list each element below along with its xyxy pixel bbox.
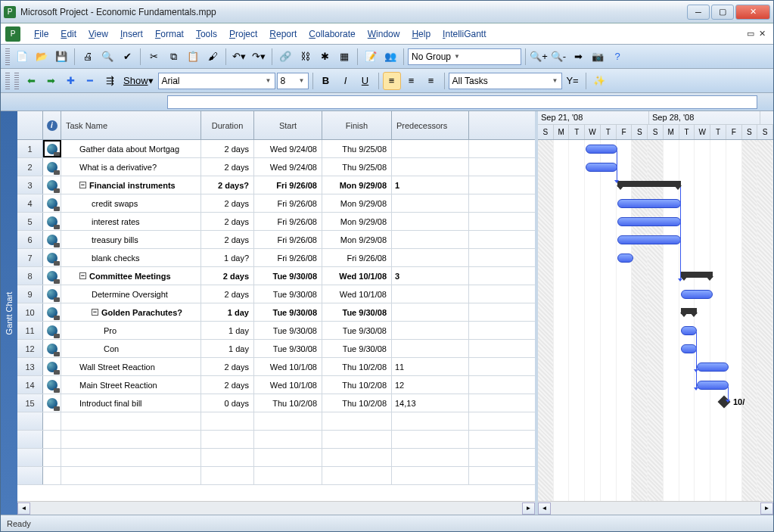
row-number[interactable]: 1 (17, 140, 43, 157)
row-number[interactable]: 12 (17, 340, 43, 357)
task-name-cell[interactable]: −Golden Parachutes? (61, 303, 201, 321)
autofilter-icon[interactable]: Y= (564, 72, 582, 90)
row-number[interactable]: 5 (17, 213, 43, 230)
copy-icon[interactable]: ⧉ (164, 48, 182, 66)
start-cell[interactable]: Wed 9/24/08 (254, 140, 322, 157)
table-row[interactable]: 15Introduct final bill0 daysThu 10/2/08T… (17, 394, 535, 412)
entry-field[interactable] (167, 95, 757, 109)
table-row[interactable]: 13Wall Street Reaction2 daysWed 10/1/08T… (17, 358, 535, 376)
row-number[interactable]: 11 (17, 322, 43, 339)
font-combo[interactable]: Arial▼ (158, 73, 275, 89)
minimize-button[interactable]: ─ (687, 5, 710, 20)
show-button[interactable]: Show▾ (120, 72, 157, 90)
row-number[interactable]: 2 (17, 158, 43, 176)
day-header[interactable]: S (632, 125, 648, 139)
finish-cell[interactable]: Tue 9/30/08 (322, 322, 392, 339)
menu-format[interactable]: Format (149, 26, 190, 42)
finish-cell[interactable]: Mon 9/29/08 (322, 213, 392, 230)
table-row[interactable]: 5interest rates2 daysFri 9/26/08Mon 9/29… (17, 213, 535, 231)
duration-cell[interactable]: 2 days (201, 194, 254, 212)
start-cell[interactable]: Fri 9/26/08 (254, 231, 322, 248)
maximize-button[interactable]: ▢ (711, 5, 734, 20)
outline-collapse-icon[interactable]: − (92, 309, 98, 316)
start-cell[interactable]: Tue 9/30/08 (254, 340, 322, 357)
day-header[interactable]: T (601, 125, 617, 139)
gantt-task-bar[interactable] (681, 344, 697, 353)
view-bar[interactable]: Gantt Chart (1, 111, 17, 515)
indicator-cell[interactable] (43, 303, 61, 321)
zoom-out-icon[interactable]: 🔍- (549, 48, 567, 66)
task-name-cell[interactable]: Gather data about Mortgag (61, 140, 201, 157)
start-cell[interactable]: Tue 9/30/08 (254, 267, 322, 285)
gantt-task-bar[interactable] (586, 145, 617, 154)
table-row[interactable]: 11Pro1 dayTue 9/30/08Tue 9/30/08 (17, 322, 535, 340)
table-row[interactable]: 4credit swaps2 daysFri 9/26/08Mon 9/29/0… (17, 194, 535, 213)
predecessors-cell[interactable]: 12 (392, 376, 469, 394)
gantt-hscroll[interactable]: ◄ ► (538, 501, 773, 515)
duration-cell[interactable]: 2 days (201, 267, 254, 285)
predecessors-cell[interactable]: 3 (392, 267, 469, 285)
table-row[interactable]: 7blank checks1 day?Fri 9/26/08Fri 9/26/0… (17, 249, 535, 267)
show-subtasks-icon[interactable]: ⇶ (101, 72, 119, 90)
predecessors-cell[interactable]: 1 (392, 176, 469, 194)
row-number[interactable]: 13 (17, 358, 43, 375)
row-number[interactable]: 10 (17, 303, 43, 321)
unlink-icon[interactable]: ⛓ (296, 48, 314, 66)
start-cell[interactable]: Wed 9/24/08 (254, 158, 322, 176)
finish-cell[interactable]: Thu 10/2/08 (322, 358, 392, 375)
gantt-summary-bar[interactable] (681, 308, 697, 314)
predecessors-cell[interactable] (392, 158, 469, 176)
gantt-task-bar[interactable] (697, 381, 729, 390)
indicator-cell[interactable] (43, 158, 61, 176)
indicator-cell[interactable] (43, 140, 61, 157)
help-icon[interactable]: ? (608, 48, 626, 66)
scroll-right-icon[interactable]: ► (522, 502, 535, 515)
start-cell[interactable]: Fri 9/26/08 (254, 249, 322, 266)
new-icon[interactable]: 📄 (13, 48, 31, 66)
task-name-cell[interactable]: credit swaps (61, 194, 201, 212)
zoom-in-icon[interactable]: 🔍+ (530, 48, 548, 66)
predecessors-cell[interactable] (392, 340, 469, 357)
task-name-cell[interactable]: interest rates (61, 213, 201, 230)
gantt-task-bar[interactable] (681, 326, 697, 335)
indicator-cell[interactable] (43, 285, 61, 303)
table-row[interactable]: 2What is a derivative?2 daysWed 9/24/08T… (17, 158, 535, 176)
day-header[interactable]: M (554, 125, 570, 139)
sheet-hscroll[interactable]: ◄ ► (17, 501, 535, 515)
finish-cell[interactable]: Thu 10/2/08 (322, 394, 392, 412)
finish-cell[interactable]: Tue 9/30/08 (322, 340, 392, 357)
start-cell[interactable]: Fri 9/26/08 (254, 213, 322, 230)
goto-task-icon[interactable]: ➡ (569, 48, 587, 66)
mdi-close-button[interactable]: ✕ (759, 29, 766, 39)
table-row[interactable]: 12Con1 dayTue 9/30/08Tue 9/30/08 (17, 340, 535, 358)
duration-cell[interactable]: 2 days (201, 158, 254, 176)
undo-icon[interactable]: ↶▾ (230, 48, 248, 66)
gantt-summary-bar[interactable] (681, 272, 713, 278)
table-row[interactable]: 8−Committee Meetings2 daysTue 9/30/08Wed… (17, 267, 535, 285)
day-header[interactable]: S (742, 125, 758, 139)
duration-cell[interactable]: 1 day? (201, 249, 254, 266)
predecessors-cell[interactable]: 11 (392, 358, 469, 375)
task-notes-icon[interactable]: 📝 (362, 48, 380, 66)
row-number[interactable]: 7 (17, 249, 43, 266)
menu-help[interactable]: Help (406, 26, 437, 42)
col-header-start[interactable]: Start (254, 111, 322, 139)
titlebar[interactable]: P Microsoft Project - Economic Fundament… (1, 1, 773, 23)
gantt-task-bar[interactable] (617, 235, 681, 244)
predecessors-cell[interactable] (392, 285, 469, 303)
task-name-cell[interactable]: Wall Street Reaction (61, 358, 201, 375)
task-name-cell[interactable]: treasury bills (61, 231, 201, 248)
indicator-cell[interactable] (43, 340, 61, 357)
duration-cell[interactable]: 2 days (201, 285, 254, 303)
day-header[interactable]: T (710, 125, 726, 139)
table-row[interactable]: 1Gather data about Mortgag2 daysWed 9/24… (17, 140, 535, 158)
finish-cell[interactable]: Thu 9/25/08 (322, 158, 392, 176)
empty-row[interactable] (17, 412, 535, 431)
start-cell[interactable]: Tue 9/30/08 (254, 322, 322, 339)
gantt-task-bar[interactable] (617, 217, 681, 226)
empty-row[interactable] (17, 467, 535, 485)
gantt-task-bar[interactable] (617, 254, 633, 263)
task-name-cell[interactable]: blank checks (61, 249, 201, 266)
menu-view[interactable]: View (82, 26, 114, 42)
day-header[interactable]: F (726, 125, 742, 139)
